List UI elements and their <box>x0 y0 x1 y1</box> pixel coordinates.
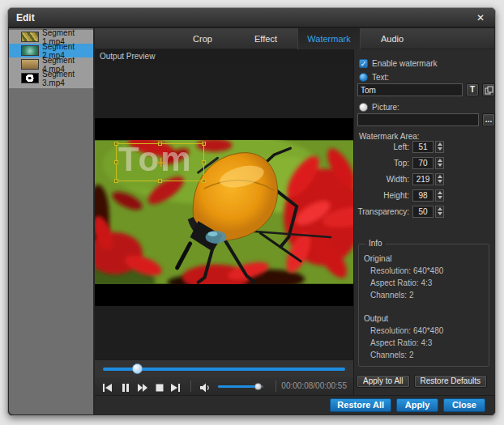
divider <box>275 380 276 392</box>
title-bar: Edit ✕ <box>8 8 495 28</box>
top-field-row: Top: 70 <box>354 156 444 169</box>
output-preview-header: Output Preview <box>95 49 353 64</box>
info-group-name: Original <box>364 254 443 263</box>
spin-down-icon[interactable] <box>436 195 443 201</box>
width-field-row: Width: 219 <box>354 172 444 185</box>
resize-handle[interactable] <box>158 142 162 146</box>
previous-button[interactable] <box>101 381 114 391</box>
segment-list: Segment 1.mp4 Segment 2.mp4 Segment 4.mp… <box>9 30 93 88</box>
spin-down-icon[interactable] <box>436 147 443 152</box>
pause-button[interactable] <box>119 381 132 391</box>
seek-thumb[interactable] <box>132 363 143 374</box>
resize-handle[interactable] <box>158 179 162 183</box>
close-button[interactable]: Close <box>443 398 485 412</box>
seek-bar-row <box>95 359 353 377</box>
time-display: 00:00:08/00:00:55 <box>281 381 347 390</box>
watermark-selection-box[interactable]: Tom <box>116 143 204 181</box>
tab-bar: Crop Effect Watermark Audio <box>95 28 494 49</box>
info-row: Channels:2 <box>370 351 443 359</box>
height-label: Height: <box>354 191 409 200</box>
volume-thumb[interactable] <box>254 383 262 390</box>
tab-audio[interactable]: Audio <box>361 28 424 49</box>
resize-handle[interactable] <box>114 142 118 146</box>
height-field-row: Height: 98 <box>354 189 444 202</box>
tab-effect[interactable]: Effect <box>234 28 297 49</box>
crosshair-icon <box>156 158 165 167</box>
info-row: Aspect Ratio:4:3 <box>370 338 443 347</box>
info-group-name: Output <box>364 314 443 323</box>
picture-path-input[interactable] <box>357 113 479 126</box>
width-spinner <box>435 173 444 185</box>
enable-watermark-checkbox[interactable]: ✓ <box>359 59 368 68</box>
resize-handle[interactable] <box>202 179 206 183</box>
resize-handle[interactable] <box>202 160 206 164</box>
volume-slider[interactable] <box>218 385 263 388</box>
dialog-title: Edit <box>16 12 35 23</box>
width-value[interactable]: 219 <box>412 173 434 185</box>
edit-dialog: Edit ✕ Segment 1.mp4 Segment 2.mp4 Segme… <box>7 7 496 416</box>
transparency-spinner <box>435 206 444 218</box>
segment-thumbnail <box>21 73 39 83</box>
apply-button[interactable]: Apply <box>396 398 438 412</box>
transparency-field-row: Transparency: 50 <box>354 205 444 218</box>
color-picker-button[interactable] <box>482 83 495 96</box>
video-frame: Tom <box>95 140 353 284</box>
restore-all-button[interactable]: Restore All <box>330 398 391 412</box>
info-row: Resolution:640*480 <box>370 266 443 275</box>
fast-forward-button[interactable] <box>136 381 149 391</box>
preview-viewport: Tom <box>95 64 353 359</box>
resize-handle[interactable] <box>114 160 118 164</box>
info-row: Resolution:640*480 <box>370 326 443 335</box>
info-row: Aspect Ratio:4:3 <box>370 278 443 287</box>
bottom-bar: Restore All Apply Close <box>95 395 494 414</box>
picture-radio-label: Picture: <box>372 103 399 112</box>
tab-watermark[interactable]: Watermark <box>297 28 361 49</box>
seek-slider[interactable] <box>103 368 345 371</box>
enable-watermark-label: Enable watermark <box>372 59 438 68</box>
info-original-group: Original Resolution:640*480 Aspect Ratio… <box>364 254 443 300</box>
left-field-row: Left: 51 <box>354 140 444 153</box>
left-label: Left: <box>354 142 409 151</box>
transparency-label: Transparency: <box>354 207 409 216</box>
left-spinner <box>435 141 444 153</box>
segment-thumbnail <box>21 32 39 42</box>
transport-bar: 00:00:08/00:00:55 <box>95 377 353 395</box>
close-icon[interactable]: ✕ <box>473 11 488 25</box>
top-value[interactable]: 70 <box>412 157 434 169</box>
spin-down-icon[interactable] <box>436 163 443 168</box>
volume-icon[interactable] <box>200 381 211 391</box>
info-row: Channels:2 <box>370 291 443 300</box>
next-button[interactable] <box>169 381 182 391</box>
width-label: Width: <box>354 175 409 184</box>
info-groupbox: Info Original Resolution:640*480 Aspect … <box>358 244 489 367</box>
height-value[interactable]: 98 <box>412 189 434 202</box>
font-button[interactable]: T <box>466 83 479 96</box>
watermark-text-input[interactable] <box>357 83 463 96</box>
stop-button[interactable] <box>153 381 166 391</box>
volume-fill <box>218 385 258 388</box>
apply-to-all-button[interactable]: Apply to All <box>357 375 409 388</box>
spin-down-icon[interactable] <box>436 179 443 185</box>
tab-crop[interactable]: Crop <box>171 28 234 49</box>
left-value[interactable]: 51 <box>412 141 434 153</box>
divider <box>190 380 191 392</box>
restore-defaults-button[interactable]: Restore Defaults <box>414 375 487 388</box>
segment-label: Segment 3.mp4 <box>42 70 93 87</box>
top-label: Top: <box>354 159 409 168</box>
watermark-panel: ✓ Enable watermark Text: T Picture: ... … <box>353 49 496 395</box>
text-radio[interactable] <box>359 73 368 82</box>
picture-radio[interactable] <box>359 103 368 112</box>
info-title: Info <box>365 239 386 248</box>
segment-thumbnail <box>21 45 39 56</box>
spin-down-icon[interactable] <box>436 211 443 217</box>
browse-button[interactable]: ... <box>482 113 495 126</box>
watermark-overlay-text: Tom <box>118 141 193 178</box>
text-radio-label: Text: <box>372 73 389 82</box>
segment-sidebar: Segment 1.mp4 Segment 2.mp4 Segment 4.mp… <box>9 28 94 414</box>
info-output-group: Output Resolution:640*480 Aspect Ratio:4… <box>364 314 443 359</box>
transparency-value[interactable]: 50 <box>412 206 434 218</box>
resize-handle[interactable] <box>202 142 206 146</box>
resize-handle[interactable] <box>114 179 118 183</box>
segment-row[interactable]: Segment 3.mp4 <box>9 71 93 85</box>
segment-thumbnail <box>21 59 39 70</box>
